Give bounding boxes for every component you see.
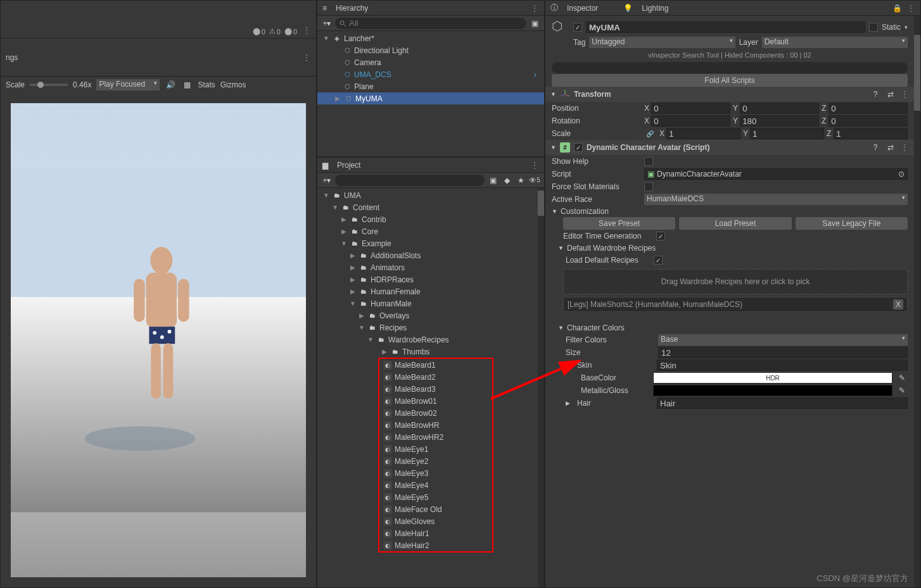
folder-row[interactable]: ▼🖿UMA bbox=[317, 189, 538, 201]
folder-row[interactable]: ▼🖿WardrobeRecipes bbox=[317, 334, 538, 346]
filter-type-icon[interactable]: ◆ bbox=[501, 175, 512, 186]
scene-row[interactable]: ▼ ◈ Lancher* bbox=[317, 32, 544, 44]
asset-row[interactable]: ◐MaleBeard1 bbox=[379, 359, 492, 371]
wardrobe-dropzone[interactable]: Drag Wardrobe Recipes here or click to p… bbox=[563, 269, 908, 294]
pos-x[interactable] bbox=[651, 103, 730, 114]
inspector-tab[interactable]: Inspector bbox=[562, 3, 603, 14]
customization-foldout[interactable]: Customization bbox=[561, 207, 609, 216]
asset-row[interactable]: ◐MaleBeard3 bbox=[379, 383, 492, 395]
folder-row[interactable]: ▶🖿HumanFemale bbox=[317, 285, 538, 297]
activerace-dropdown[interactable]: HumanMaleDCS bbox=[644, 194, 908, 205]
project-tab[interactable]: Project bbox=[332, 160, 365, 171]
folder-row[interactable]: ▶🖿Overlays bbox=[317, 310, 538, 322]
folder-row[interactable]: ▶🖿HDRPRaces bbox=[317, 273, 538, 285]
gameobject-row[interactable]: ⬡ Camera bbox=[317, 56, 544, 68]
asset-row[interactable]: ◐MaleHair2 bbox=[379, 539, 492, 551]
menu-icon[interactable]: ⋮ bbox=[530, 3, 539, 13]
effects-icon[interactable]: ▦ bbox=[181, 79, 193, 91]
help-icon[interactable]: ? bbox=[870, 142, 881, 153]
scale-slider[interactable] bbox=[30, 84, 68, 86]
gameobject-row[interactable]: ⬡ UMA_DCS › bbox=[317, 68, 544, 80]
size-field[interactable] bbox=[658, 347, 908, 358]
component-search[interactable] bbox=[552, 62, 908, 73]
load-preset-button[interactable]: Load Preset bbox=[679, 217, 791, 230]
folder-row[interactable]: ▼🖿Example bbox=[317, 237, 538, 249]
tag-dropdown[interactable]: Untagged bbox=[589, 37, 735, 48]
scl-y[interactable] bbox=[750, 128, 824, 139]
gameobject-row[interactable]: ⬡ Directional Light bbox=[317, 44, 544, 56]
menu-icon[interactable]: ⋮ bbox=[530, 160, 539, 170]
scl-x[interactable] bbox=[666, 128, 740, 139]
link-icon[interactable]: 🔗 bbox=[644, 128, 656, 139]
folder-row[interactable]: ▶🖿Core bbox=[317, 225, 538, 237]
save-preset-button[interactable]: Save Preset bbox=[563, 217, 675, 230]
component-menu-icon[interactable]: ⋮ bbox=[900, 89, 909, 99]
asset-row[interactable]: ◐MaleEye4 bbox=[379, 479, 492, 491]
rot-x[interactable] bbox=[651, 115, 730, 127]
metallic-swatch[interactable] bbox=[653, 385, 892, 396]
asset-row[interactable]: ◐MaleBrowHR2 bbox=[379, 431, 492, 443]
folder-row[interactable]: ▶🖿AdditionalSlots bbox=[317, 249, 538, 261]
asset-row[interactable]: ◐MaleFace Old bbox=[379, 503, 492, 515]
eyedropper-icon[interactable]: ✎ bbox=[896, 372, 908, 384]
game-view[interactable] bbox=[11, 103, 306, 577]
scl-z[interactable] bbox=[834, 128, 908, 139]
component-enabled-checkbox[interactable] bbox=[574, 143, 583, 152]
showhelp-checkbox[interactable] bbox=[644, 157, 653, 166]
asset-row[interactable]: ◐MaleBrowHR bbox=[379, 419, 492, 431]
gameobject-row[interactable]: ▶ ⬡ MyUMA bbox=[317, 92, 544, 104]
asset-row[interactable]: ◐MaleGloves bbox=[379, 515, 492, 527]
menu-icon[interactable]: ⋮ bbox=[906, 3, 915, 13]
asset-row[interactable]: ◐MaleEye5 bbox=[379, 491, 492, 503]
script-field[interactable]: ▣DynamicCharacterAvatar⊙ bbox=[644, 168, 908, 180]
inspector-scrollbar[interactable] bbox=[914, 16, 920, 587]
lighting-tab[interactable]: Lighting bbox=[637, 3, 673, 14]
hidden-icon[interactable]: 👁5 bbox=[529, 175, 540, 186]
menu-icon[interactable]: ⋮ bbox=[302, 25, 311, 35]
forceslot-checkbox[interactable] bbox=[644, 182, 653, 191]
charcolors-foldout[interactable]: Character Colors bbox=[567, 323, 625, 332]
help-icon[interactable]: ? bbox=[870, 89, 881, 100]
folder-row[interactable]: ▼🖿HumanMale bbox=[317, 297, 538, 310]
pos-y[interactable] bbox=[740, 103, 819, 114]
add-icon[interactable]: +▾ bbox=[321, 18, 333, 29]
asset-row[interactable]: ◐MaleBeard2 bbox=[379, 371, 492, 383]
rot-z[interactable] bbox=[829, 115, 908, 127]
play-mode-dropdown[interactable]: Play Focused bbox=[96, 79, 160, 91]
filter-icon[interactable]: ▣ bbox=[487, 175, 499, 186]
skin-foldout[interactable]: Skin bbox=[577, 361, 653, 370]
wardrobe-slot-item[interactable]: [Legs] MaleShorts2 (HumanMale, HumanMale… bbox=[563, 297, 908, 312]
preset-icon[interactable]: ⇄ bbox=[885, 142, 896, 153]
remove-slot-button[interactable]: X bbox=[893, 299, 903, 310]
fold-all-button[interactable]: Fold All Scripts bbox=[552, 74, 908, 87]
project-scrollbar[interactable] bbox=[538, 188, 544, 587]
eyedropper-icon[interactable]: ✎ bbox=[896, 385, 908, 396]
basecolor-swatch[interactable]: HDR bbox=[653, 372, 892, 384]
folder-row[interactable]: ▼🖿Recipes bbox=[317, 322, 538, 334]
folder-row[interactable]: ▶🖿Thumbs bbox=[317, 346, 538, 358]
static-checkbox[interactable] bbox=[869, 23, 878, 32]
hair-name-field[interactable] bbox=[657, 397, 908, 409]
asset-row[interactable]: ◐MaleBrow02 bbox=[379, 407, 492, 419]
editortime-checkbox[interactable] bbox=[656, 232, 665, 241]
scene-picker-icon[interactable]: ▣ bbox=[529, 18, 540, 29]
folder-row[interactable]: ▶🖿Contrib bbox=[317, 213, 538, 225]
loaddefault-checkbox[interactable] bbox=[654, 256, 663, 265]
stats-button[interactable]: Stats bbox=[198, 80, 215, 89]
layer-dropdown[interactable]: Default bbox=[762, 37, 908, 48]
preset-icon[interactable]: ⇄ bbox=[885, 89, 896, 100]
rot-y[interactable] bbox=[740, 115, 819, 127]
gizmos-button[interactable]: Gizmos bbox=[220, 80, 246, 89]
object-name-field[interactable] bbox=[586, 22, 865, 33]
gameobject-row[interactable]: ⬡ Plane bbox=[317, 80, 544, 92]
menu-icon[interactable]: ⋮ bbox=[302, 53, 311, 63]
asset-row[interactable]: ◐MaleEye1 bbox=[379, 443, 492, 455]
component-menu-icon[interactable]: ⋮ bbox=[900, 142, 909, 153]
lock-icon[interactable]: 🔒 bbox=[891, 3, 903, 14]
folder-row[interactable]: ▼🖿Content bbox=[317, 201, 538, 213]
mute-icon[interactable]: 🔊 bbox=[165, 79, 176, 91]
filtercolors-dropdown[interactable]: Base bbox=[658, 334, 908, 346]
save-icon[interactable]: ★ bbox=[515, 175, 526, 186]
defaultwardrobe-foldout[interactable]: Default Wardrobe Recipes bbox=[567, 244, 656, 253]
save-legacy-button[interactable]: Save Legacy File bbox=[796, 217, 908, 230]
